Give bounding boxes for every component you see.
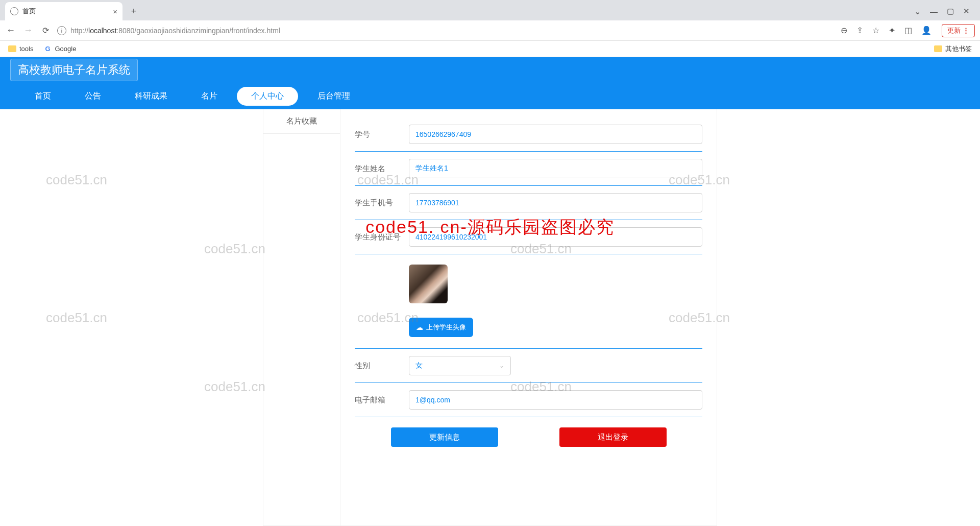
row-email: 电子邮箱 (355, 383, 702, 417)
sidebar: 名片收藏 (263, 109, 340, 525)
label-student-name: 学生姓名 (355, 164, 409, 174)
new-tab-button[interactable]: + (127, 4, 141, 18)
nav-item-5[interactable]: 后台管理 (303, 87, 364, 106)
window-controls: ⌄ — ▢ ✕ (904, 2, 980, 20)
zoom-icon[interactable]: ⊖ (841, 26, 847, 35)
globe-icon (10, 7, 18, 15)
folder-icon (8, 45, 16, 52)
label-email: 电子邮箱 (355, 395, 409, 405)
sidebar-item-card-collection[interactable]: 名片收藏 (263, 109, 340, 134)
tab-strip: 首页 × + ⌄ — ▢ ✕ (0, 0, 980, 20)
update-info-button[interactable]: 更新信息 (391, 427, 498, 447)
url-box[interactable]: i http://localhost:8080/gaoxiaojiaoshidi… (57, 26, 835, 35)
bookmark-google[interactable]: G Google (43, 45, 76, 53)
side-panel-icon[interactable]: ◫ (904, 26, 912, 35)
action-row: 更新信息 退出登录 (355, 417, 702, 447)
tab-title: 首页 (22, 7, 36, 16)
input-student-phone[interactable] (409, 193, 702, 212)
browser-update-button[interactable]: 更新⋮ (942, 24, 975, 37)
url-text: http://localhost:8080/gaoxiaojiaoshidian… (70, 27, 280, 35)
label-student-idcard: 学生身份证号 (355, 232, 409, 242)
row-gender: 性别 女 ⌄ (355, 349, 702, 383)
row-student-idcard: 学生身份证号 (355, 220, 702, 254)
input-email[interactable] (409, 390, 702, 410)
close-tab-icon[interactable]: × (113, 7, 117, 16)
select-gender-value: 女 (415, 361, 423, 370)
main-panel: 学号 学生姓名 学生手机号 学生身份证号 (340, 109, 717, 525)
nav-item-4[interactable]: 个人中心 (237, 87, 298, 106)
profile-icon[interactable]: 👤 (921, 26, 932, 35)
row-upload: ☁ 上传学生头像 (355, 310, 702, 349)
row-student-name: 学生姓名 (355, 152, 702, 186)
reload-button[interactable]: ⟳ (40, 26, 51, 35)
label-student-id: 学号 (355, 130, 409, 139)
back-button[interactable]: ← (5, 25, 16, 36)
label-gender: 性别 (355, 361, 409, 371)
menu-dots-icon: ⋮ (963, 27, 969, 34)
browser-chrome: 首页 × + ⌄ — ▢ ✕ ← → ⟳ i http://localhost:… (0, 0, 980, 57)
input-student-id[interactable] (409, 125, 702, 144)
nav-item-2[interactable]: 科研成果 (120, 87, 182, 106)
page-body: 高校教师电子名片系统 首页公告科研成果名片个人中心后台管理 名片收藏 学号 学生… (0, 57, 980, 526)
close-window-icon[interactable]: ✕ (963, 7, 970, 16)
share-icon[interactable]: ⇪ (856, 26, 863, 35)
nav-item-3[interactable]: 名片 (187, 87, 232, 106)
row-avatar (355, 254, 702, 310)
label-student-phone: 学生手机号 (355, 198, 409, 208)
upload-avatar-button[interactable]: ☁ 上传学生头像 (409, 318, 473, 337)
bookmark-other[interactable]: 其他书签 (934, 44, 972, 54)
addr-icons: ⊖ ⇪ ☆ ✦ ◫ 👤 (841, 26, 932, 35)
browser-tab[interactable]: 首页 × (5, 2, 122, 20)
top-banner: 高校教师电子名片系统 (0, 57, 980, 83)
nav-item-0[interactable]: 首页 (20, 87, 65, 106)
logout-button[interactable]: 退出登录 (559, 427, 667, 447)
bookmark-star-icon[interactable]: ☆ (872, 26, 879, 35)
extensions-icon[interactable]: ✦ (889, 26, 895, 35)
select-gender[interactable]: 女 ⌄ (409, 356, 511, 375)
content-area: 名片收藏 学号 学生姓名 学生手机号 学生身份证号 (0, 109, 980, 526)
google-icon: G (43, 45, 52, 53)
content-inner: 名片收藏 学号 学生姓名 学生手机号 学生身份证号 (263, 109, 717, 526)
chevron-down-icon[interactable]: ⌄ (914, 7, 921, 16)
nav-bar: 首页公告科研成果名片个人中心后台管理 (0, 83, 980, 109)
nav-item-1[interactable]: 公告 (70, 87, 115, 106)
folder-icon (934, 45, 942, 52)
forward-button[interactable]: → (22, 25, 34, 36)
bookmark-tools[interactable]: tools (8, 45, 33, 53)
row-student-id: 学号 (355, 117, 702, 152)
cloud-upload-icon: ☁ (416, 323, 423, 331)
row-student-phone: 学生手机号 (355, 186, 702, 220)
input-student-name[interactable] (409, 159, 702, 178)
minimize-icon[interactable]: — (930, 7, 938, 16)
site-info-icon[interactable]: i (57, 26, 66, 35)
bookmarks-bar: tools G Google 其他书签 (0, 41, 980, 57)
address-bar: ← → ⟳ i http://localhost:8080/gaoxiaojia… (0, 20, 980, 41)
input-student-idcard[interactable] (409, 227, 702, 247)
app-title: 高校教师电子名片系统 (10, 59, 138, 81)
chevron-down-icon: ⌄ (499, 362, 504, 369)
maximize-icon[interactable]: ▢ (947, 7, 954, 16)
avatar-image (409, 265, 448, 303)
